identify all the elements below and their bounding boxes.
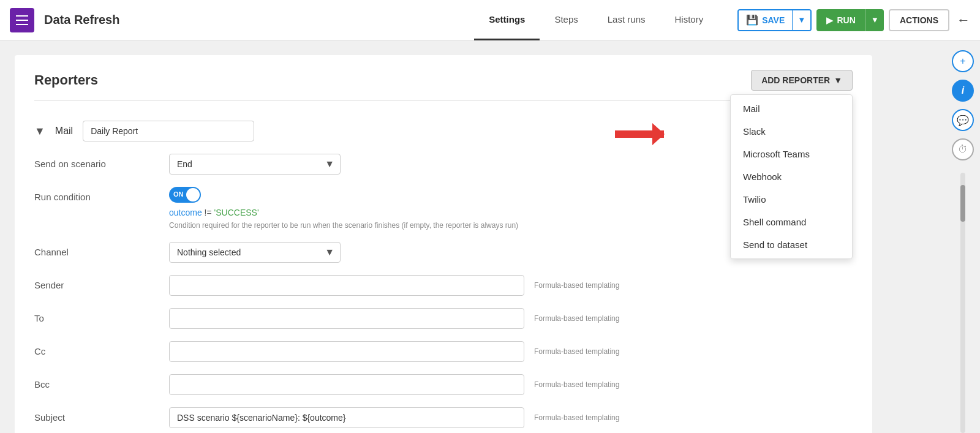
dropdown-item-webhook[interactable]: Webhook — [731, 165, 852, 188]
card-header: Reporters ADD REPORTER ▼ Mail Slack Micr… — [34, 70, 853, 101]
save-dropdown-button[interactable]: ▼ — [792, 10, 810, 30]
to-input[interactable] — [169, 308, 524, 329]
bcc-control — [169, 374, 524, 395]
dropdown-item-microsoft-teams[interactable]: Microsoft Teams — [731, 143, 852, 165]
nav-tabs: Settings Steps Last runs History — [474, 0, 718, 40]
sender-control — [169, 275, 524, 296]
to-row: To Formula-based templating — [34, 308, 853, 329]
save-button-group: 💾 SAVE ▼ — [737, 9, 812, 31]
add-icon[interactable]: + — [952, 50, 974, 72]
mail-name-input[interactable] — [83, 121, 254, 141]
annotation-arrow — [615, 130, 664, 138]
to-label: To — [34, 308, 169, 323]
code-keyword: outcome — [169, 208, 202, 217]
reporter-dropdown-menu: Mail Slack Microsoft Teams Webhook Twili… — [730, 94, 853, 259]
sender-formula-hint: Formula-based templating — [534, 275, 619, 290]
run-dropdown-button[interactable]: ▼ — [865, 9, 884, 31]
run-button[interactable]: ▶ RUN — [816, 9, 865, 31]
clock-icon[interactable]: ⏱ — [952, 138, 974, 160]
toggle-on-label: ON — [173, 190, 184, 198]
right-sidebar: + i 💬 ⏱ — [946, 40, 980, 433]
run-condition-toggle[interactable]: ON — [169, 187, 201, 203]
subject-label: Subject — [34, 407, 169, 423]
cc-formula-hint: Formula-based templating — [534, 341, 619, 356]
scrollbar-thumb — [960, 185, 965, 222]
send-on-scenario-control: End ▼ — [169, 154, 524, 175]
save-button[interactable]: 💾 SAVE — [739, 10, 792, 30]
channel-label: Channel — [34, 242, 169, 257]
dropdown-item-slack[interactable]: Slack — [731, 120, 852, 143]
toggle-knob — [186, 188, 200, 201]
hamburger-icon — [16, 15, 28, 25]
cc-row: Cc Formula-based templating — [34, 341, 853, 362]
chat-icon[interactable]: 💬 — [952, 109, 974, 131]
tab-settings[interactable]: Settings — [474, 0, 540, 40]
dropdown-item-mail[interactable]: Mail — [731, 97, 852, 120]
tab-last-runs[interactable]: Last runs — [593, 0, 660, 40]
content-card: Reporters ADD REPORTER ▼ Mail Slack Micr… — [15, 55, 872, 433]
save-icon: 💾 — [746, 14, 758, 26]
run-icon: ▶ — [826, 15, 833, 25]
subject-input[interactable] — [169, 407, 524, 428]
bcc-row: Bcc Formula-based templating — [34, 374, 853, 395]
add-reporter-button[interactable]: ADD REPORTER ▼ — [751, 70, 853, 91]
to-control — [169, 308, 524, 329]
bcc-input[interactable] — [169, 374, 524, 395]
subject-formula-hint: Formula-based templating — [534, 407, 619, 422]
send-on-scenario-label: Send on scenario — [34, 154, 169, 169]
mail-label: Mail — [55, 126, 73, 137]
dropdown-item-send-to-dataset[interactable]: Send to dataset — [731, 233, 852, 256]
info-icon[interactable]: i — [952, 80, 974, 102]
mail-chevron-icon[interactable]: ▼ — [34, 125, 45, 138]
cc-input[interactable] — [169, 341, 524, 362]
dropdown-item-shell-command[interactable]: Shell command — [731, 211, 852, 233]
bcc-label: Bcc — [34, 374, 169, 390]
run-condition-label: Run condition — [34, 187, 169, 202]
channel-control: Nothing selected ▼ — [169, 242, 524, 263]
cc-label: Cc — [34, 341, 169, 356]
to-formula-hint: Formula-based templating — [534, 308, 619, 323]
run-button-group: ▶ RUN ▼ — [816, 9, 884, 31]
tab-history[interactable]: History — [660, 0, 718, 40]
condition-code-line: outcome != 'SUCCESS' — [169, 208, 524, 217]
send-on-scenario-select[interactable]: End — [169, 154, 341, 175]
send-on-scenario-select-wrapper: End ▼ — [169, 154, 341, 175]
code-string: 'SUCCESS' — [214, 208, 259, 217]
code-neq-operator: != — [205, 208, 212, 217]
sender-label: Sender — [34, 275, 169, 290]
menu-button[interactable] — [10, 8, 34, 32]
sender-row: Sender Formula-based templating — [34, 275, 853, 296]
channel-select[interactable]: Nothing selected — [169, 242, 341, 263]
add-reporter-container: ADD REPORTER ▼ Mail Slack Microsoft Team… — [751, 70, 853, 91]
condition-hint: Condition required for the reporter to b… — [169, 221, 524, 230]
navbar: Data Refresh Settings Steps Last runs Hi… — [0, 0, 980, 40]
sender-input[interactable] — [169, 275, 524, 296]
main-content: Reporters ADD REPORTER ▼ Mail Slack Micr… — [0, 40, 980, 433]
bcc-formula-hint: Formula-based templating — [534, 374, 619, 389]
navbar-actions: 💾 SAVE ▼ ▶ RUN ▼ ACTIONS ← — [737, 9, 970, 31]
run-condition-control: ON outcome != 'SUCCESS' Condition requir… — [169, 187, 524, 230]
chevron-down-icon: ▼ — [834, 75, 842, 85]
back-button[interactable]: ← — [957, 12, 970, 28]
toggle-wrapper: ON — [169, 187, 524, 203]
app-title: Data Refresh — [44, 13, 119, 27]
tab-steps[interactable]: Steps — [540, 0, 592, 40]
subject-row: Subject Formula-based templating — [34, 407, 853, 428]
scrollbar-track[interactable] — [960, 173, 965, 433]
dropdown-item-twilio[interactable]: Twilio — [731, 188, 852, 211]
cc-control — [169, 341, 524, 362]
subject-control — [169, 407, 524, 428]
actions-button[interactable]: ACTIONS — [889, 9, 949, 31]
channel-select-wrapper: Nothing selected ▼ — [169, 242, 341, 263]
card-title: Reporters — [34, 72, 98, 88]
